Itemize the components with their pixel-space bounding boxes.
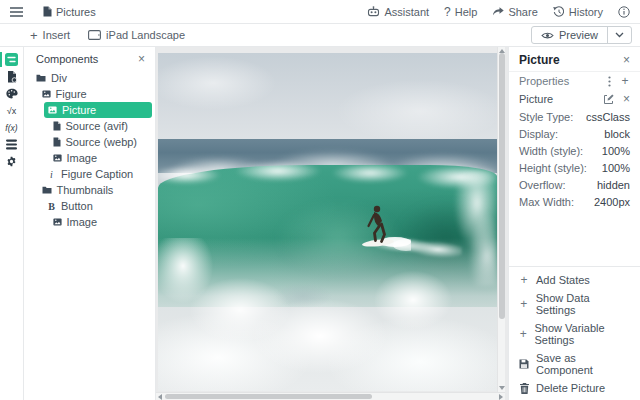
tree-item-source-webp[interactable]: Source (webp) [24, 134, 155, 150]
sidebar-item-math[interactable]: √x [0, 102, 24, 119]
tree-item-source-avif[interactable]: Source (avif) [24, 118, 155, 134]
scroll-right-arrow-icon[interactable] [499, 394, 503, 400]
vertical-scrollbar-thumb[interactable] [499, 53, 505, 319]
tree-item-label: Image [67, 152, 98, 164]
main-area: √x f(x) Components × [0, 47, 640, 400]
save-as-component-button[interactable]: Save as Component [509, 349, 640, 379]
sidebar-item-data[interactable] [0, 136, 24, 153]
plus-icon: + [519, 328, 527, 340]
help-button[interactable]: ? Help [444, 5, 477, 19]
close-icon[interactable]: × [623, 54, 630, 66]
action-label: Add States [536, 274, 590, 286]
robot-icon [367, 6, 380, 17]
history-button[interactable]: History [553, 6, 603, 18]
property-label: Overflow: [519, 179, 565, 191]
picture-icon [48, 106, 57, 114]
folder-icon [36, 74, 46, 82]
fx-icon: f(x) [5, 123, 17, 133]
add-property-icon[interactable]: + [620, 75, 630, 87]
properties-section-label: Properties [519, 75, 569, 87]
trash-icon [519, 383, 529, 394]
app-window: Pictures Assistant ? Help Share [0, 0, 640, 400]
property-row-overflow: Overflow: hidden [509, 176, 640, 193]
page-title-group: Pictures [43, 6, 96, 18]
info-icon[interactable] [618, 6, 630, 18]
plus-icon: + [30, 29, 38, 42]
tree-item-picture-selected[interactable]: Picture [44, 102, 152, 118]
tree-item-image-2[interactable]: Image [24, 214, 155, 230]
properties-section-icons: + [608, 75, 630, 87]
tree-item-label: Button [61, 200, 93, 212]
property-value[interactable]: cssClass [586, 111, 630, 123]
sidebar-item-page[interactable] [0, 68, 24, 85]
tree-item-label: Thumbnails [57, 184, 114, 196]
remove-selector-icon[interactable]: × [623, 93, 630, 105]
properties-section-row: Properties + [509, 72, 640, 90]
tree-item-label: Source (avif) [66, 120, 128, 132]
preview-dropdown-button[interactable] [607, 27, 631, 43]
preview-button[interactable]: Preview [532, 27, 607, 43]
sidebar-item-settings[interactable] [0, 153, 24, 170]
canvas-area[interactable] [156, 47, 508, 400]
hamburger-menu-icon[interactable] [10, 7, 23, 17]
horizontal-scrollbar[interactable] [156, 392, 505, 400]
assistant-button[interactable]: Assistant [367, 6, 429, 18]
file-icon [53, 137, 61, 147]
add-states-button[interactable]: + Add States [509, 271, 640, 289]
sidebar-item-styles[interactable] [0, 85, 24, 102]
property-value[interactable]: 100% [602, 162, 630, 174]
kebab-menu-icon[interactable] [608, 76, 611, 87]
tablet-landscape-icon [88, 30, 101, 40]
scroll-down-arrow-icon[interactable] [499, 386, 505, 390]
show-variable-settings-button[interactable]: + Show Variable Settings [509, 319, 640, 349]
property-label: Style Type: [519, 111, 573, 123]
tree-item-figure-caption[interactable]: i Figure Caption [24, 166, 155, 182]
tree-item-thumbnails[interactable]: Thumbnails [24, 182, 155, 198]
page-settings-icon [7, 71, 17, 83]
delete-picture-button[interactable]: Delete Picture [509, 379, 640, 397]
property-row-height: Height (style): 100% [509, 159, 640, 176]
share-button[interactable]: Share [492, 6, 537, 18]
show-data-settings-button[interactable]: + Show Data Settings [509, 289, 640, 319]
surfer-photo[interactable] [158, 53, 497, 391]
tree-item-button[interactable]: B Button [24, 198, 155, 214]
header-left: Pictures [10, 6, 96, 18]
property-value[interactable]: block [604, 128, 630, 140]
device-selector[interactable]: iPad Landscape [88, 29, 185, 41]
vertical-scrollbar[interactable] [497, 47, 505, 392]
tree-item-div[interactable]: Div [24, 70, 155, 86]
edit-icon[interactable] [603, 94, 614, 105]
image-icon [53, 154, 62, 162]
tree-item-image[interactable]: Image [24, 150, 155, 166]
property-value[interactable]: hidden [597, 179, 630, 191]
tree-item-label: Picture [62, 104, 96, 116]
italic-i-icon: i [47, 169, 56, 180]
preview-label: Preview [559, 29, 598, 41]
insert-label: Insert [43, 29, 71, 41]
panel-spacer [509, 210, 640, 266]
close-icon[interactable]: × [138, 53, 145, 65]
tree-item-figure[interactable]: Figure [24, 86, 155, 102]
property-label: Height (style): [519, 162, 587, 174]
surfer-figure [351, 195, 411, 257]
scroll-left-arrow-icon[interactable] [158, 394, 162, 400]
sidebar-item-components[interactable] [0, 51, 24, 68]
action-label: Delete Picture [536, 382, 605, 394]
action-label: Show Variable Settings [534, 322, 630, 346]
components-panel-header: Components × [24, 47, 155, 66]
top-header: Pictures Assistant ? Help Share [0, 0, 640, 24]
activity-bar: √x f(x) [0, 47, 24, 400]
stack-icon [6, 139, 17, 150]
property-row-display: Display: block [509, 125, 640, 142]
insert-button[interactable]: + Insert [30, 29, 70, 42]
document-icon [43, 6, 52, 17]
properties-panel-header: Picture × [509, 47, 640, 72]
help-label: Help [455, 6, 478, 18]
property-value[interactable]: 2400px [594, 196, 630, 208]
property-value[interactable]: 100% [602, 145, 630, 157]
property-row-width: Width (style): 100% [509, 142, 640, 159]
device-label: iPad Landscape [106, 29, 185, 41]
sidebar-item-functions[interactable]: f(x) [0, 119, 24, 136]
horizontal-scrollbar-thumb[interactable] [165, 394, 372, 399]
gear-icon [6, 156, 17, 167]
